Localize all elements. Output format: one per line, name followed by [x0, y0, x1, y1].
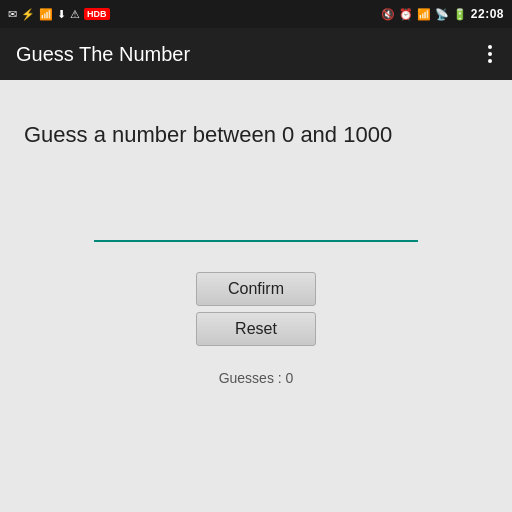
menu-dot-1: [488, 45, 492, 49]
menu-dot-3: [488, 59, 492, 63]
download-icon: ⬇: [57, 8, 66, 21]
signal-icon: 📡: [435, 8, 449, 21]
warning-icon: ⚠: [70, 8, 80, 21]
reset-button[interactable]: Reset: [196, 312, 316, 346]
status-icons-right: 🔇 ⏰ 📶 📡 🔋 22:08: [381, 7, 504, 21]
wifi-icon: 📶: [417, 8, 431, 21]
more-vert-icon[interactable]: [484, 41, 496, 67]
guess-input[interactable]: [94, 211, 419, 242]
main-content: Guess a number between 0 and 1000 Confir…: [0, 80, 512, 512]
status-time: 22:08: [471, 7, 504, 21]
mute-icon: 🔇: [381, 8, 395, 21]
guess-prompt: Guess a number between 0 and 1000: [24, 120, 488, 151]
guesses-label: Guesses : 0: [219, 370, 294, 386]
hdb-badge: HDB: [84, 8, 110, 20]
status-bar: ✉ ⚡ 📶 ⬇ ⚠ HDB 🔇 ⏰ 📶 📡 🔋 22:08: [0, 0, 512, 28]
usb-icon: ⚡: [21, 8, 35, 21]
menu-dot-2: [488, 52, 492, 56]
sim-icon: 📶: [39, 8, 53, 21]
confirm-button[interactable]: Confirm: [196, 272, 316, 306]
battery-icon: 🔋: [453, 8, 467, 21]
input-container: [94, 211, 419, 242]
buttons-container: Confirm Reset: [196, 272, 316, 346]
envelope-icon: ✉: [8, 8, 17, 21]
app-bar: Guess The Number: [0, 28, 512, 80]
app-title: Guess The Number: [16, 43, 190, 66]
status-icons-left: ✉ ⚡ 📶 ⬇ ⚠ HDB: [8, 8, 110, 21]
alarm-icon: ⏰: [399, 8, 413, 21]
